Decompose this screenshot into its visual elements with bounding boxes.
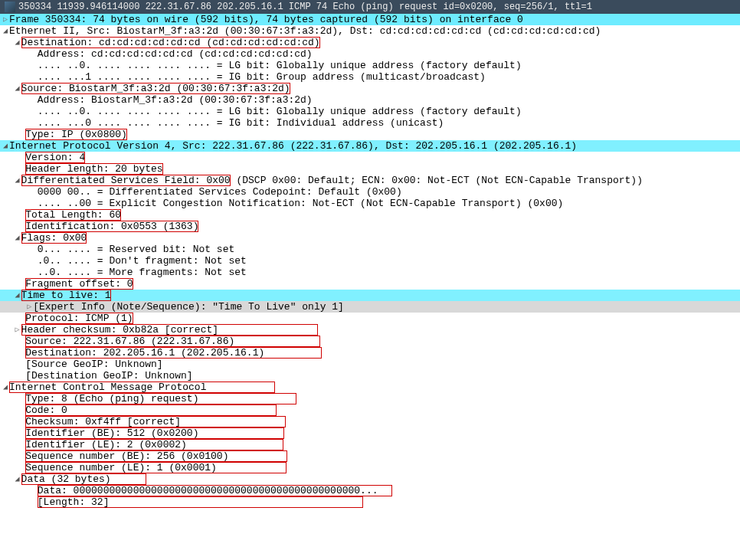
ip-hdr-checksum[interactable]: Header checksum: 0xb82a [correct] [0,324,740,336]
expand-icon[interactable] [2,14,9,25]
ip-header[interactable]: Internet Protocol Version 4, Src: 222.31… [0,140,740,152]
icmp-code[interactable]: Code: 0 [0,404,740,416]
packet-details-tree[interactable]: Frame 350334: 74 bytes on wire (592 bits… [0,14,740,508]
collapse-icon[interactable] [2,140,9,152]
window-titlebar: 350334 11939.946114000 222.31.67.86 202.… [0,0,740,14]
frame-summary[interactable]: Frame 350334: 74 bytes on wire (592 bits… [0,14,740,25]
eth-dst-ig[interactable]: .... ...1 .... .... .... .... = IG bit: … [0,71,740,83]
ip-ttl-expert[interactable]: [Expert Info (Note/Sequence): "Time To L… [0,301,740,313]
eth-src-address[interactable]: Address: BiostarM_3f:a3:2d (00:30:67:3f:… [0,94,740,106]
ip-frag-offset[interactable]: Fragment offset: 0 [0,278,740,290]
ip-dst-geoip[interactable]: [Destination GeoIP: Unknown] [0,370,740,382]
eth-source[interactable]: Source: BiostarM_3f:a3:2d (00:30:67:3f:a… [0,83,740,94]
eth-destination[interactable]: Destination: cd:cd:cd:cd:cd:cd (cd:cd:cd… [0,37,740,48]
ip-source[interactable]: Source: 222.31.67.86 (222.31.67.86) [0,336,740,347]
icmp-seq-le[interactable]: Sequence number (LE): 1 (0x0001) [0,462,740,473]
ip-ttl[interactable]: Time to live: 1 [0,290,740,301]
eth-src-text: Source: BiostarM_3f:a3:2d (00:30:67:3f:a… [21,83,290,94]
ip-text: Internet Protocol Version 4, Src: 222.31… [9,140,577,152]
app-icon [5,2,15,12]
icmp-header[interactable]: Internet Control Message Protocol [0,382,740,393]
ip-version[interactable]: Version: 4 [0,152,740,163]
ip-dsf[interactable]: Differentiated Services Field: 0x00 (DSC… [0,175,740,186]
icmp-checksum[interactable]: Checksum: 0xf4ff [correct] [0,416,740,427]
ip-dsf-codepoint[interactable]: 0000 00.. = Differentiated Services Code… [0,186,740,198]
ip-flags[interactable]: Flags: 0x00 [0,232,740,244]
ip-header-length[interactable]: Header length: 20 bytes [0,163,740,175]
icmp-id-le[interactable]: Identifier (LE): 2 (0x0002) [0,439,740,450]
eth-dst-lg[interactable]: .... ..0. .... .... .... .... = LG bit: … [0,60,740,71]
data-length[interactable]: [Length: 32] [0,496,740,508]
ip-flag-mf[interactable]: ..0. .... = More fragments: Not set [0,267,740,278]
ip-flag-reserved[interactable]: 0... .... = Reserved bit: Not set [0,244,740,255]
collapse-icon[interactable] [2,382,9,393]
icmp-type[interactable]: Type: 8 (Echo (ping) request) [0,393,740,404]
eth-dst-address[interactable]: Address: cd:cd:cd:cd:cd:cd (cd:cd:cd:cd:… [0,48,740,60]
collapse-icon[interactable] [14,473,21,485]
collapse-icon[interactable] [2,25,9,37]
eth-type[interactable]: Type: IP (0x0800) [0,129,740,140]
ip-src-geoip[interactable]: [Source GeoIP: Unknown] [0,359,740,370]
data-bytes[interactable]: Data: 0000000000000000000000000000000000… [0,485,740,496]
ip-destination[interactable]: Destination: 202.205.16.1 (202.205.16.1) [0,347,740,359]
expand-icon[interactable] [14,324,21,336]
ethernet-header[interactable]: Ethernet II, Src: BiostarM_3f:a3:2d (00:… [0,25,740,37]
ethernet-text: Ethernet II, Src: BiostarM_3f:a3:2d (00:… [9,25,601,37]
expand-icon[interactable] [25,301,33,313]
ip-flag-df[interactable]: .0.. .... = Don't fragment: Not set [0,255,740,267]
data-header[interactable]: Data (32 bytes) [0,473,740,485]
ip-dsf-ecn[interactable]: .... ..00 = Explicit Congestion Notifica… [0,198,740,209]
collapse-icon[interactable] [14,83,21,94]
window-title: 350334 11939.946114000 222.31.67.86 202.… [18,2,592,12]
eth-src-lg[interactable]: .... ..0. .... .... .... .... = LG bit: … [0,106,740,117]
frame-text: Frame 350334: 74 bytes on wire (592 bits… [9,14,523,25]
collapse-icon[interactable] [14,290,21,301]
icmp-seq-be[interactable]: Sequence number (BE): 256 (0x0100) [0,450,740,462]
collapse-icon[interactable] [14,232,21,244]
eth-dst-text: Destination: cd:cd:cd:cd:cd:cd (cd:cd:cd… [21,37,320,48]
icmp-id-be[interactable]: Identifier (BE): 512 (0x0200) [0,427,740,439]
ip-protocol[interactable]: Protocol: ICMP (1) [0,313,740,324]
eth-src-ig[interactable]: .... ...0 .... .... .... .... = IG bit: … [0,117,740,129]
ip-total-length[interactable]: Total Length: 60 [0,209,740,221]
ip-identification[interactable]: Identification: 0x0553 (1363) [0,221,740,232]
collapse-icon[interactable] [14,175,21,186]
collapse-icon[interactable] [14,37,21,48]
